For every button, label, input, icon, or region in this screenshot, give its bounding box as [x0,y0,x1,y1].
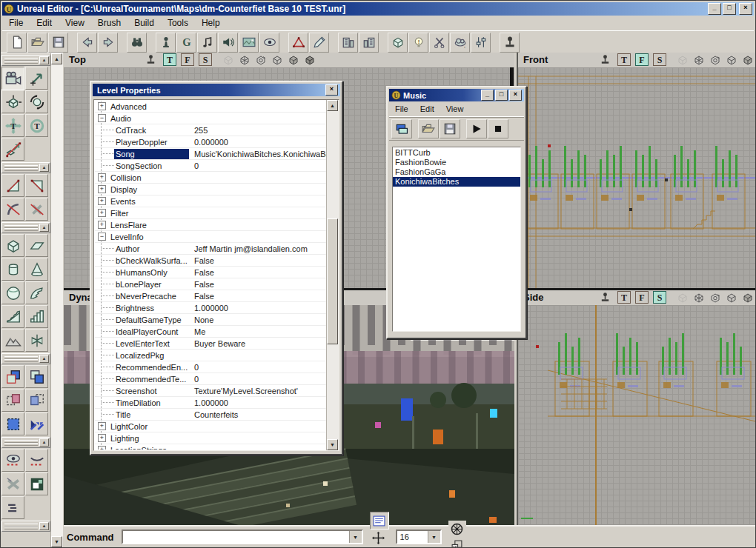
property-name[interactable]: LevelEnterText [114,338,189,349]
property-value[interactable]: 0 [189,363,326,372]
tree-property-row[interactable]: RecommendedEn...0 [95,361,326,373]
move-actor-tool-button[interactable] [25,67,48,90]
tree-property-row[interactable]: bHumansOnlyFalse [95,267,326,278]
command-combobox[interactable]: ▼ [122,529,363,544]
viewmode-s-button[interactable]: S [653,53,666,66]
tree-property-row[interactable]: Brightness1.000000 [95,302,326,314]
property-value[interactable]: 0.000000 [189,138,326,147]
tree-category-row[interactable]: +LensFlare [95,219,326,231]
zones-cube-button[interactable] [239,54,251,66]
property-name[interactable]: RecommendedTe... [114,374,189,384]
joystick-button[interactable] [500,33,520,53]
curve-no-tool-button[interactable] [1,198,24,221]
bsp-cube-button[interactable] [726,54,737,66]
property-value[interactable]: Texture'MyLevel.Screenshot' [189,387,326,395]
property-value[interactable]: 0 [189,375,326,384]
scrollbar-thumb[interactable] [327,218,338,344]
property-value[interactable]: False [189,268,326,277]
property-name[interactable]: bCheckWalkSurfa... [114,255,189,266]
property-name[interactable]: LocalizedPkg [114,350,189,361]
show-selected-tool-button[interactable] [1,449,24,472]
collapse-section-button[interactable]: ▲ [39,355,49,363]
textured-cube-button[interactable] [742,54,754,66]
rotate-texture-tool-button[interactable]: T [25,114,48,137]
zones-cube-button[interactable] [693,292,705,304]
expand-box-icon[interactable]: + [98,434,106,442]
rot-grid-button[interactable] [448,521,466,537]
music-menu-view[interactable]: View [440,103,470,115]
open-file-button[interactable] [27,33,47,53]
invert-selection-tool-button[interactable] [1,472,24,495]
wireframe-cube-button[interactable] [677,54,689,66]
cube-tool-button[interactable] [1,234,24,257]
shape-b-tool-button[interactable] [25,174,48,197]
tree-property-row[interactable]: IdealPlayerCountMe [95,326,326,338]
tree-category-row[interactable]: +Display [95,184,326,196]
eye-button[interactable] [259,33,279,53]
property-value[interactable]: 1.000000 [189,398,326,407]
new-file-button[interactable] [7,33,27,53]
textured-cube-button[interactable] [288,54,299,66]
textured-cube-button[interactable] [742,292,754,304]
property-value[interactable]: Jeff Martin jm@islandalien.com [189,244,326,253]
tree-property-row[interactable]: bCheckWalkSurfa...False [95,255,326,267]
expand-box-icon[interactable]: + [98,185,106,193]
texture-usage-cube-button[interactable] [255,54,267,66]
property-name[interactable]: Screenshot [114,386,189,396]
save-button[interactable] [48,33,68,53]
tree-property-row[interactable]: AuthorJeff Martin jm@islandalien.com [95,243,326,255]
open-file-button[interactable] [418,119,439,138]
property-value[interactable]: None [189,315,326,324]
realtime-preview-button[interactable] [600,292,611,303]
maximize-button[interactable]: □ [723,3,736,15]
drag-grid-button[interactable] [370,529,388,546]
expand-box-icon[interactable]: + [98,173,106,181]
stop-button[interactable] [488,119,508,138]
property-value[interactable]: Buyer Beware [189,339,326,348]
property-value[interactable]: False [189,292,326,301]
collapse-section-button[interactable]: ▲ [39,438,49,447]
building-a-button[interactable] [338,33,358,53]
property-name[interactable]: Author [114,244,189,254]
collapse-section-button[interactable]: ▲ [39,224,49,232]
cylinder-tool-button[interactable] [1,258,24,281]
clip-brush-tool-button[interactable] [1,138,24,161]
bsp-cube-button[interactable] [726,292,737,304]
viewmode-f-button[interactable]: F [635,291,649,304]
cloud-button[interactable]: , [450,33,470,53]
tree-property-row[interactable]: bLonePlayerFalse [95,278,326,290]
play-button[interactable] [466,119,487,138]
expand-box-icon[interactable]: + [98,102,106,110]
property-name[interactable]: PlayerDoppler [114,137,189,147]
expand-box-icon[interactable]: + [98,221,106,229]
viewmode-t-button[interactable]: T [617,53,631,66]
scroll-down-button[interactable]: ▼ [51,536,62,547]
viewmode-s-button[interactable]: S [653,291,666,304]
chevron-down-icon[interactable]: ▼ [349,531,362,543]
property-value[interactable]: False [189,280,326,289]
align-bars-tool-button[interactable] [1,496,24,519]
property-name[interactable]: Title [114,410,189,420]
tree-property-row[interactable]: LevelEnterTextBuyer Beware [95,338,326,350]
property-value[interactable]: 1.000000 [189,304,326,313]
scroll-up-button[interactable]: ▲ [51,53,62,64]
menu-file[interactable]: File [2,16,30,30]
music-props-button[interactable] [391,119,412,138]
maximize-viewport-button[interactable] [448,537,466,548]
menu-edit[interactable]: Edit [30,16,59,30]
property-name[interactable]: Brightness [114,303,189,313]
property-name[interactable]: bNeverPrecache [114,291,189,301]
viewport-side-canvas[interactable] [518,305,756,528]
music-track-item[interactable]: FashionGaGa [393,167,520,177]
tree-property-row[interactable]: bNeverPrecacheFalse [95,290,326,302]
speaker-button[interactable] [218,33,238,53]
sheet-tool-button[interactable] [25,234,48,257]
tree-category-row[interactable]: +Collision [95,172,326,184]
hide-selected-tool-button[interactable] [25,449,48,472]
binoculars-button[interactable] [127,33,147,53]
tree-property-row[interactable]: DefaultGameTypeNone [95,314,326,326]
tree-category-row[interactable]: +Events [95,196,326,207]
tree-property-row[interactable]: PlayerDoppler0.000000 [95,136,326,148]
property-tree-scrollbar[interactable]: ▲ ▼ [326,100,339,450]
tree-property-row[interactable]: ScreenshotTexture'MyLevel.Screenshot' [95,385,326,397]
